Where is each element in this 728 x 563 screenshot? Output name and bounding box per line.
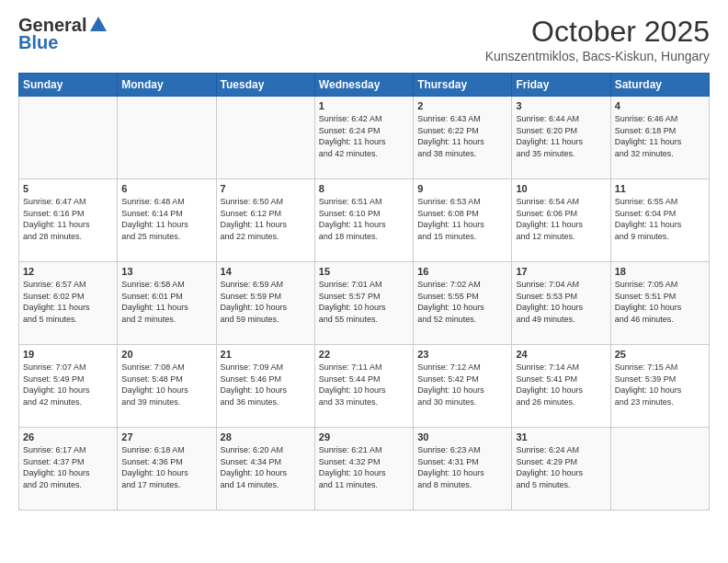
subtitle: Kunszentmiklos, Bacs-Kiskun, Hungary — [485, 49, 710, 63]
calendar-cell: 9Sunrise: 6:53 AMSunset: 6:08 PMDaylight… — [414, 179, 512, 262]
day-number: 26 — [23, 431, 113, 442]
day-number: 4 — [615, 100, 705, 111]
header-cell-tuesday: Tuesday — [216, 74, 314, 97]
calendar-cell: 24Sunrise: 7:14 AMSunset: 5:41 PMDayligh… — [512, 345, 610, 428]
day-number: 29 — [319, 431, 409, 442]
day-info: Sunrise: 6:23 AMSunset: 4:31 PMDaylight:… — [417, 444, 507, 490]
week-row-4: 19Sunrise: 7:07 AMSunset: 5:49 PMDayligh… — [19, 345, 710, 428]
month-title: October 2025 — [485, 15, 710, 49]
svg-marker-0 — [90, 17, 107, 31]
calendar-cell: 22Sunrise: 7:11 AMSunset: 5:44 PMDayligh… — [314, 345, 413, 428]
logo: General Blue — [18, 15, 108, 53]
day-number: 19 — [23, 349, 113, 360]
day-info: Sunrise: 6:53 AMSunset: 6:08 PMDaylight:… — [417, 196, 507, 242]
day-info: Sunrise: 6:50 AMSunset: 6:12 PMDaylight:… — [221, 196, 311, 242]
day-info: Sunrise: 7:01 AMSunset: 5:57 PMDaylight:… — [319, 279, 409, 325]
day-info: Sunrise: 6:51 AMSunset: 6:10 PMDaylight:… — [319, 196, 409, 242]
header-cell-sunday: Sunday — [19, 74, 118, 97]
calendar-cell: 5Sunrise: 6:47 AMSunset: 6:16 PMDaylight… — [19, 179, 118, 262]
day-info: Sunrise: 7:11 AMSunset: 5:44 PMDaylight:… — [319, 362, 409, 408]
header-cell-saturday: Saturday — [610, 74, 709, 97]
header-row: SundayMondayTuesdayWednesdayThursdayFrid… — [19, 74, 710, 97]
calendar-cell: 27Sunrise: 6:18 AMSunset: 4:36 PMDayligh… — [118, 428, 216, 511]
day-number: 5 — [23, 183, 113, 194]
day-number: 9 — [417, 183, 507, 194]
day-info: Sunrise: 6:42 AMSunset: 6:24 PMDaylight:… — [319, 113, 409, 159]
day-info: Sunrise: 6:43 AMSunset: 6:22 PMDaylight:… — [417, 113, 507, 159]
day-number: 6 — [121, 183, 211, 194]
calendar-cell: 2Sunrise: 6:43 AMSunset: 6:22 PMDaylight… — [414, 97, 512, 179]
title-block: October 2025 Kunszentmiklos, Bacs-Kiskun… — [485, 15, 710, 63]
day-info: Sunrise: 6:20 AMSunset: 4:34 PMDaylight:… — [221, 444, 311, 490]
day-info: Sunrise: 7:07 AMSunset: 5:49 PMDaylight:… — [23, 362, 113, 408]
day-info: Sunrise: 6:48 AMSunset: 6:14 PMDaylight:… — [121, 196, 211, 242]
day-info: Sunrise: 6:24 AMSunset: 4:29 PMDaylight:… — [516, 444, 606, 490]
day-number: 8 — [319, 183, 409, 194]
day-number: 10 — [516, 183, 606, 194]
day-number: 22 — [319, 349, 409, 360]
day-number: 12 — [23, 266, 113, 277]
calendar-cell: 28Sunrise: 6:20 AMSunset: 4:34 PMDayligh… — [216, 428, 314, 511]
day-info: Sunrise: 7:14 AMSunset: 5:41 PMDaylight:… — [516, 362, 606, 408]
calendar-cell — [118, 97, 216, 179]
header-cell-thursday: Thursday — [414, 74, 512, 97]
header-cell-monday: Monday — [118, 74, 216, 97]
calendar-cell: 12Sunrise: 6:57 AMSunset: 6:02 PMDayligh… — [19, 262, 118, 345]
header-cell-wednesday: Wednesday — [314, 74, 413, 97]
calendar-cell: 8Sunrise: 6:51 AMSunset: 6:10 PMDaylight… — [314, 179, 413, 262]
calendar-cell: 30Sunrise: 6:23 AMSunset: 4:31 PMDayligh… — [414, 428, 512, 511]
calendar-cell: 11Sunrise: 6:55 AMSunset: 6:04 PMDayligh… — [610, 179, 709, 262]
day-number: 13 — [121, 266, 211, 277]
calendar-cell: 20Sunrise: 7:08 AMSunset: 5:48 PMDayligh… — [118, 345, 216, 428]
day-number: 28 — [221, 431, 311, 442]
calendar-table: SundayMondayTuesdayWednesdayThursdayFrid… — [18, 73, 710, 511]
day-info: Sunrise: 6:58 AMSunset: 6:01 PMDaylight:… — [121, 279, 211, 325]
day-info: Sunrise: 7:04 AMSunset: 5:53 PMDaylight:… — [516, 279, 606, 325]
calendar-cell: 14Sunrise: 6:59 AMSunset: 5:59 PMDayligh… — [216, 262, 314, 345]
day-number: 7 — [221, 183, 311, 194]
day-number: 24 — [516, 349, 606, 360]
calendar-cell: 17Sunrise: 7:04 AMSunset: 5:53 PMDayligh… — [512, 262, 610, 345]
day-info: Sunrise: 6:54 AMSunset: 6:06 PMDaylight:… — [516, 196, 606, 242]
calendar-cell: 19Sunrise: 7:07 AMSunset: 5:49 PMDayligh… — [19, 345, 118, 428]
day-info: Sunrise: 7:02 AMSunset: 5:55 PMDaylight:… — [417, 279, 507, 325]
day-number: 27 — [121, 431, 211, 442]
day-info: Sunrise: 7:15 AMSunset: 5:39 PMDaylight:… — [615, 362, 705, 408]
day-info: Sunrise: 6:47 AMSunset: 6:16 PMDaylight:… — [23, 196, 113, 242]
day-number: 20 — [121, 349, 211, 360]
week-row-3: 12Sunrise: 6:57 AMSunset: 6:02 PMDayligh… — [19, 262, 710, 345]
day-info: Sunrise: 7:08 AMSunset: 5:48 PMDaylight:… — [121, 362, 211, 408]
calendar-cell: 1Sunrise: 6:42 AMSunset: 6:24 PMDaylight… — [314, 97, 413, 179]
calendar-cell: 6Sunrise: 6:48 AMSunset: 6:14 PMDaylight… — [118, 179, 216, 262]
week-row-2: 5Sunrise: 6:47 AMSunset: 6:16 PMDaylight… — [19, 179, 710, 262]
calendar-cell: 4Sunrise: 6:46 AMSunset: 6:18 PMDaylight… — [610, 97, 709, 179]
calendar-cell: 26Sunrise: 6:17 AMSunset: 4:37 PMDayligh… — [19, 428, 118, 511]
calendar-cell: 21Sunrise: 7:09 AMSunset: 5:46 PMDayligh… — [216, 345, 314, 428]
day-info: Sunrise: 7:12 AMSunset: 5:42 PMDaylight:… — [417, 362, 507, 408]
calendar-cell: 15Sunrise: 7:01 AMSunset: 5:57 PMDayligh… — [314, 262, 413, 345]
calendar-cell: 25Sunrise: 7:15 AMSunset: 5:39 PMDayligh… — [610, 345, 709, 428]
calendar-cell: 29Sunrise: 6:21 AMSunset: 4:32 PMDayligh… — [314, 428, 413, 511]
day-info: Sunrise: 6:18 AMSunset: 4:36 PMDaylight:… — [121, 444, 211, 490]
day-number: 18 — [615, 266, 705, 277]
day-info: Sunrise: 7:05 AMSunset: 5:51 PMDaylight:… — [615, 279, 705, 325]
day-number: 17 — [516, 266, 606, 277]
day-number: 2 — [417, 100, 507, 111]
day-number: 16 — [417, 266, 507, 277]
day-number: 11 — [615, 183, 705, 194]
day-info: Sunrise: 6:44 AMSunset: 6:20 PMDaylight:… — [516, 113, 606, 159]
calendar-cell — [216, 97, 314, 179]
calendar-cell: 13Sunrise: 6:58 AMSunset: 6:01 PMDayligh… — [118, 262, 216, 345]
calendar-cell: 16Sunrise: 7:02 AMSunset: 5:55 PMDayligh… — [414, 262, 512, 345]
day-number: 21 — [221, 349, 311, 360]
day-info: Sunrise: 6:21 AMSunset: 4:32 PMDaylight:… — [319, 444, 409, 490]
calendar-cell: 3Sunrise: 6:44 AMSunset: 6:20 PMDaylight… — [512, 97, 610, 179]
day-info: Sunrise: 6:55 AMSunset: 6:04 PMDaylight:… — [615, 196, 705, 242]
calendar-cell: 31Sunrise: 6:24 AMSunset: 4:29 PMDayligh… — [512, 428, 610, 511]
calendar-cell: 18Sunrise: 7:05 AMSunset: 5:51 PMDayligh… — [610, 262, 709, 345]
day-info: Sunrise: 6:46 AMSunset: 6:18 PMDaylight:… — [615, 113, 705, 159]
day-number: 1 — [319, 100, 409, 111]
logo-blue: Blue — [18, 32, 58, 53]
week-row-5: 26Sunrise: 6:17 AMSunset: 4:37 PMDayligh… — [19, 428, 710, 511]
calendar-cell — [19, 97, 118, 179]
